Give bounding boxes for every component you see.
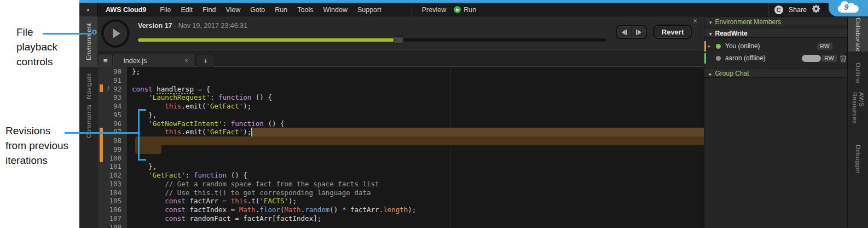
menu-item-run[interactable]: Run: [270, 6, 292, 14]
playback-slider-handle[interactable]: [394, 36, 404, 44]
menu-item-preview[interactable]: Preview: [412, 6, 454, 14]
code-line-101[interactable]: },: [127, 162, 704, 171]
line-number-107[interactable]: 107: [97, 214, 127, 223]
code-token: () {: [264, 119, 285, 128]
code-line-97[interactable]: this.emit('GetFact');: [127, 128, 704, 136]
readwrite-title: ReadWrite: [715, 30, 748, 37]
code-line-108[interactable]: [127, 223, 704, 228]
code-editor[interactable]: i 90919293949596979899100101102103104105…: [97, 67, 704, 228]
code-token: function: [194, 171, 227, 179]
code-line-95[interactable]: },: [127, 111, 704, 119]
menu-item-tools[interactable]: Tools: [292, 6, 318, 14]
playback-slider[interactable]: [138, 38, 606, 42]
menu-item-edit[interactable]: Edit: [176, 6, 198, 14]
line-number-90[interactable]: 90: [97, 67, 127, 76]
playback-play-button[interactable]: [101, 19, 130, 48]
callout-bracket-bottom: [138, 159, 146, 161]
line-number-108[interactable]: 108: [97, 223, 127, 228]
code-line-99[interactable]: [127, 145, 704, 154]
code-line-96[interactable]: 'GetNewFactIntent': function () {: [127, 119, 704, 128]
revert-button[interactable]: Revert: [653, 25, 692, 39]
tab-list-button[interactable]: ≡: [99, 54, 112, 67]
menu-item-find[interactable]: Find: [198, 6, 221, 14]
code-token: 'FACTS': [259, 197, 288, 205]
line-number-93[interactable]: 93: [97, 93, 127, 102]
code-token: // Use this.t() to get corresponding lan…: [132, 189, 371, 197]
menu-item-goto[interactable]: Goto: [245, 6, 270, 14]
code-pane[interactable]: };const handlersp = { 'LaunchRequest': f…: [127, 67, 704, 228]
file-playback-bar: Version 17 - Nov 19, 2017 23:46:31 Rever…: [97, 16, 704, 52]
caret-down-icon: ▾: [709, 31, 712, 37]
right-tab-collaborate[interactable]: Collaborate: [848, 18, 868, 52]
line-number-106[interactable]: 106: [97, 206, 127, 214]
code-token: [132, 206, 165, 214]
member-color-marker: [704, 53, 706, 64]
caret-right-icon[interactable]: ▸: [708, 41, 711, 52]
code-line-93[interactable]: 'LaunchRequest': function () {: [127, 93, 704, 102]
code-line-92[interactable]: const handlersp = {: [127, 85, 704, 94]
code-text: };: [132, 67, 140, 76]
code-token: :: [186, 171, 194, 179]
code-line-91[interactable]: [127, 76, 704, 85]
code-text: 'GetFact': function () {: [132, 171, 247, 180]
code-line-102[interactable]: 'GetFact': function () {: [127, 171, 704, 180]
user-avatar[interactable]: C: [774, 5, 783, 14]
code-text: const factArr = this.t('FACTS');: [132, 197, 297, 206]
line-number-91[interactable]: 91: [97, 76, 127, 85]
left-tab-navigate[interactable]: Navigate: [79, 71, 97, 101]
menubar-right-cluster: C Share: [768, 3, 821, 16]
settings-gear-icon[interactable]: [812, 4, 821, 15]
tab-indexjs[interactable]: index.js ×: [113, 54, 194, 67]
environment-members-header[interactable]: ▾Environment Members: [704, 16, 848, 26]
line-number-102[interactable]: 102: [97, 171, 127, 180]
line-number-103[interactable]: 103: [97, 180, 127, 189]
code-line-106[interactable]: const factIndex = Math.floor(Math.random…: [127, 206, 704, 214]
menu-item-view[interactable]: View: [221, 6, 245, 14]
code-token: [227, 197, 231, 205]
group-chat-header[interactable]: ▸Group Chat: [704, 68, 848, 78]
new-tab-button[interactable]: +: [197, 55, 214, 67]
collapse-menubar-button[interactable]: ▲: [79, 3, 97, 16]
rw-badge[interactable]: RW: [817, 42, 833, 50]
presence-dot-icon: [716, 56, 721, 61]
code-line-105[interactable]: const factArr = this.t('FACTS');: [127, 197, 704, 206]
tab-close-icon[interactable]: ×: [184, 57, 194, 65]
playback-close-icon[interactable]: ×: [693, 17, 697, 25]
run-button[interactable]: Run: [454, 6, 476, 14]
step-back-button[interactable]: [617, 26, 632, 38]
editor-gutter[interactable]: i 90919293949596979899100101102103104105…: [97, 67, 127, 228]
right-tab-debugger[interactable]: Debugger: [848, 141, 868, 176]
right-tab-aws-resources[interactable]: AWS Resources: [848, 92, 868, 139]
line-number-101[interactable]: 101: [97, 162, 127, 171]
code-line-104[interactable]: // Use this.t() to get corresponding lan…: [127, 189, 704, 197]
code-line-98[interactable]: [127, 136, 704, 145]
code-line-100[interactable]: [127, 154, 704, 163]
code-line-94[interactable]: this.emit('GetFact');: [127, 102, 704, 111]
step-forward-button[interactable]: [632, 26, 646, 38]
code-text: // Get a random space fact from the spac…: [132, 180, 379, 189]
line-number-104[interactable]: 104: [97, 189, 127, 197]
member-row-aaron[interactable]: aaron (offline)RW: [704, 53, 848, 64]
line-number-105[interactable]: 105: [97, 197, 127, 206]
code-line-107[interactable]: const randomFact = factArr[factIndex];: [127, 214, 704, 223]
left-tab-environment[interactable]: Environment: [79, 16, 97, 67]
screenshot-canvas: File playback controls Revisions from pr…: [0, 0, 868, 228]
share-button[interactable]: Share: [789, 6, 807, 14]
menu-item-window[interactable]: Window: [318, 6, 352, 14]
code-token: .emit(: [181, 128, 206, 136]
menu-item-file[interactable]: File: [155, 6, 176, 14]
member-row-you[interactable]: ▸You (online)RW: [704, 41, 848, 52]
code-line-103[interactable]: // Get a random space fact from the spac…: [127, 180, 704, 189]
menu-item-support[interactable]: Support: [352, 6, 386, 14]
readwrite-group-header[interactable]: ▾ReadWrite: [704, 28, 848, 38]
menubar: ▲ AWS Cloud9 FileEditFindViewGotoRunTool…: [79, 3, 868, 16]
rw-badge[interactable]: RW: [821, 54, 837, 62]
right-tab-outline[interactable]: Outline: [848, 59, 868, 87]
line-number-96[interactable]: 96: [97, 119, 127, 128]
access-toggle[interactable]: [802, 55, 821, 62]
member-name: aaron (offline): [725, 53, 766, 64]
line-number-94[interactable]: 94: [97, 102, 127, 111]
code-line-90[interactable]: };: [127, 67, 704, 76]
delete-member-icon[interactable]: [840, 54, 847, 62]
line-number-95[interactable]: 95: [97, 111, 127, 119]
